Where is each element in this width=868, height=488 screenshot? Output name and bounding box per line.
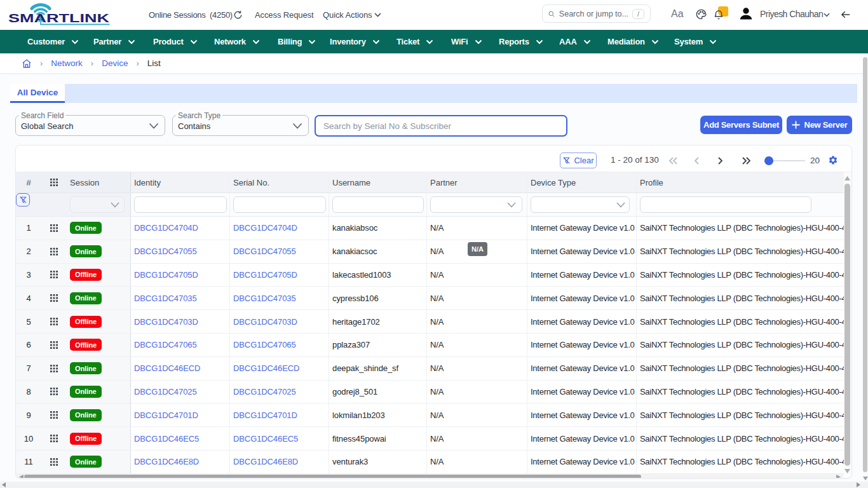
svg-text:SMARTLINK: SMARTLINK — [8, 11, 109, 25]
